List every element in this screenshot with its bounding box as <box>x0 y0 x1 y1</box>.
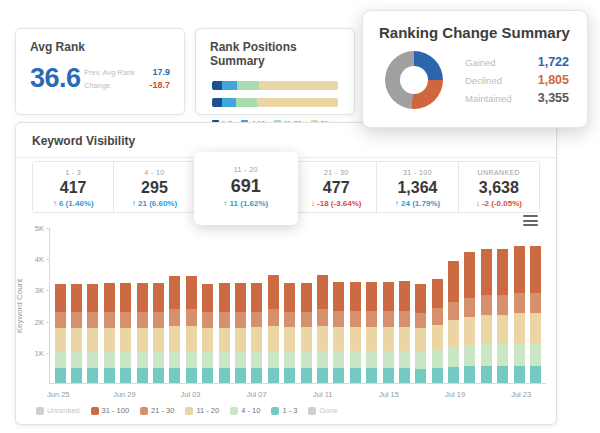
chart-legend-item-31-100[interactable]: 31 - 100 <box>91 406 130 415</box>
bar-segment-1-3 <box>497 366 508 383</box>
stacked-bar <box>350 282 361 383</box>
bar-segment-21-30 <box>350 311 361 327</box>
bar-segment-4-10 <box>235 352 246 369</box>
chart-legend-item-gone[interactable]: Gone <box>308 406 337 415</box>
bar-segment-31-100 <box>137 283 148 312</box>
ranking-change-label: Maintained <box>465 93 511 104</box>
bar-segment-1-3 <box>219 368 230 383</box>
stacked-bar <box>71 284 82 383</box>
bar-segment-11-20 <box>153 328 164 352</box>
bar-segment-4-10 <box>186 351 197 368</box>
bar-segment-21-30 <box>530 293 541 313</box>
y-tick-label: 4K <box>22 255 44 264</box>
bar-segment-4-10 <box>137 352 148 369</box>
stacked-bar <box>251 283 262 383</box>
bar-segment-1-3 <box>366 368 377 383</box>
bar-segment-11-20 <box>301 327 312 351</box>
stat-value: 417 <box>33 179 113 197</box>
bar-segment-31-100 <box>530 246 541 293</box>
y-tick-label: 5K <box>22 224 44 233</box>
stacked-bar <box>55 284 66 383</box>
hamburger-icon <box>523 224 538 226</box>
bar-segment-31-100 <box>350 282 361 311</box>
chart-legend-item-unranked[interactable]: Unranked <box>36 406 80 415</box>
ranking-change-title: Ranking Change Summary <box>363 11 587 45</box>
legend-swatch <box>308 407 316 415</box>
ranking-change-body: Gained1,722Declined1,805Maintained3,355 <box>363 45 587 109</box>
bar-segment-21-30 <box>251 312 262 328</box>
up-arrow-icon: ↑ <box>53 199 59 208</box>
bar-segment-11-20 <box>104 328 115 352</box>
stat-card-4-10[interactable]: 4 - 10295↑ 21 (6.60%) <box>114 162 195 212</box>
legend-swatch <box>185 407 193 415</box>
x-tick-label: Jul 15 <box>379 390 399 399</box>
bar-segment-21-30 <box>71 312 82 328</box>
stacked-bar <box>120 283 131 383</box>
bar-segment-4-10 <box>366 351 377 368</box>
stacked-bar <box>301 283 312 383</box>
stat-card-11-20[interactable]: 11 - 20691↑ 11 (1.62%) <box>194 152 298 225</box>
bar-segment-21-30 <box>301 312 312 328</box>
y-tick-label: 3K <box>22 286 44 295</box>
chart-menu-button[interactable] <box>523 215 538 226</box>
bar-segment-31-100 <box>153 283 164 312</box>
bar-segment-21-30 <box>186 309 197 326</box>
bar-segment-4-10 <box>153 352 164 369</box>
rank-bar-segment <box>257 98 338 107</box>
stat-card-21-30[interactable]: 21 - 30477↓ -18 (-3.64%) <box>296 162 377 212</box>
bar-segment-21-30 <box>366 311 377 327</box>
ranking-change-legend-row: Declined1,805 <box>465 73 569 87</box>
bar-segment-21-30 <box>202 312 213 328</box>
bar-segment-1-3 <box>350 368 361 383</box>
stat-change: ↑ 21 (6.60%) <box>114 199 194 208</box>
stat-value: 477 <box>296 179 376 197</box>
bar-segment-11-20 <box>71 328 82 352</box>
bar-segment-1-3 <box>202 368 213 383</box>
bar-segment-31-100 <box>202 284 213 312</box>
bar-segment-31-100 <box>415 284 426 312</box>
bar-segment-31-100 <box>120 283 131 312</box>
legend-swatch <box>271 407 279 415</box>
bar-segment-1-3 <box>186 368 197 383</box>
bar-segment-21-30 <box>120 312 131 328</box>
bar-segment-11-20 <box>415 328 426 352</box>
bar-segment-1-3 <box>71 368 82 383</box>
stat-card-31-100[interactable]: 31 - 1001,364↑ 24 (1.79%) <box>377 162 458 212</box>
bar-segment-11-20 <box>284 327 295 351</box>
chart-legend-item-1-3[interactable]: 1 - 3 <box>271 406 297 415</box>
y-tick-label: 2K <box>22 318 44 327</box>
stacked-bar <box>317 275 328 383</box>
prev-avg-rank-row: Prev. Avg Rank 17.9 <box>84 67 170 77</box>
ranking-change-legend: Gained1,722Declined1,805Maintained3,355 <box>465 51 569 109</box>
stacked-bar <box>383 282 394 383</box>
chart-legend-item-4-10[interactable]: 4 - 10 <box>230 406 260 415</box>
stat-value: 1,364 <box>377 179 457 197</box>
chart-legend-item-21-30[interactable]: 21 - 30 <box>140 406 174 415</box>
bar-segment-21-30 <box>55 312 66 328</box>
bar-segment-31-100 <box>235 283 246 312</box>
stacked-bar <box>87 284 98 383</box>
bar-segment-11-20 <box>399 327 410 351</box>
stat-change: ↓ -18 (-3.64%) <box>296 199 376 208</box>
stacked-bar <box>448 261 459 383</box>
bar-segment-31-100 <box>268 275 279 309</box>
bar-segment-11-20 <box>497 315 508 344</box>
stacked-bar <box>415 284 426 383</box>
stat-card-unranked[interactable]: UNRANKED3,638↓ -2 (-0.05%) <box>459 162 539 212</box>
rank-bar-segment <box>222 98 236 107</box>
bar-segment-21-30 <box>497 295 508 315</box>
stat-value: 295 <box>114 179 194 197</box>
keyword-visibility-panel: Keyword Visibility 1 - 3417↑ 6 (1.46%)4 … <box>15 122 557 425</box>
bar-segment-21-30 <box>268 309 279 326</box>
rank-bar-segment <box>236 98 257 107</box>
legend-swatch <box>91 407 99 415</box>
bar-segment-21-30 <box>481 295 492 315</box>
stat-card-1-3[interactable]: 1 - 3417↑ 6 (1.46%) <box>33 162 114 212</box>
bar-segment-11-20 <box>55 328 66 352</box>
stacked-bar <box>366 282 377 383</box>
avg-rank-card: Avg Rank 36.6 Prev. Avg Rank 17.9 Change… <box>15 28 185 115</box>
ranking-change-label: Declined <box>465 75 502 86</box>
chart-legend-item-11-20[interactable]: 11 - 20 <box>185 406 219 415</box>
bar-segment-4-10 <box>317 351 328 368</box>
stacked-bar <box>514 246 525 383</box>
